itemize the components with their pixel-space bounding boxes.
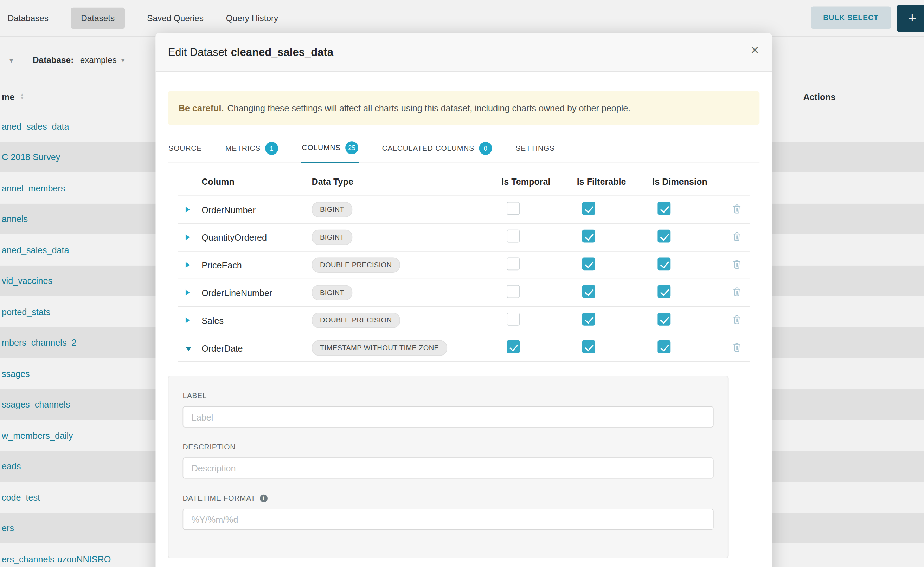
data-type-pill: BIGINT <box>312 285 353 300</box>
is-filterable-checkbox[interactable] <box>582 285 595 298</box>
delete-column-icon[interactable] <box>732 203 741 213</box>
is-dimension-checkbox[interactable] <box>658 340 671 353</box>
warning-text: Changing these settings will affect all … <box>227 103 631 113</box>
description-field-label: DESCRIPTION <box>183 442 714 451</box>
expand-caret-icon[interactable] <box>186 290 190 296</box>
header-column: Column <box>202 177 312 196</box>
column-name: Sales <box>202 315 312 325</box>
tab-source[interactable]: SOURCE <box>168 134 203 163</box>
is-temporal-checkbox[interactable] <box>507 202 520 215</box>
data-type-pill: TIMESTAMP WITHOUT TIME ZONE <box>312 340 447 356</box>
expand-caret-icon[interactable] <box>186 317 190 323</box>
label-field-label: LABEL <box>183 392 714 400</box>
calculated-columns-count-badge: 0 <box>479 142 492 155</box>
expand-caret-icon[interactable] <box>186 207 190 213</box>
is-filterable-checkbox[interactable] <box>582 313 595 326</box>
column-row: QuantityOrdered BIGINT <box>178 224 750 252</box>
column-row: OrderNumber BIGINT <box>178 196 750 224</box>
is-filterable-checkbox[interactable] <box>582 257 595 270</box>
column-name: OrderLineNumber <box>202 288 312 297</box>
expand-caret-icon[interactable] <box>186 262 190 268</box>
datetime-format-field-label: DATETIME FORMAT i <box>183 494 714 502</box>
columns-table: Column Data Type Is Temporal Is Filterab… <box>178 163 750 362</box>
column-row: OrderDate TIMESTAMP WITHOUT TIME ZONE <box>178 334 750 362</box>
collapse-caret-icon[interactable] <box>186 347 192 351</box>
delete-column-icon[interactable] <box>732 286 741 296</box>
is-filterable-checkbox[interactable] <box>582 202 595 215</box>
modal-tabs: SOURCE METRICS 1 COLUMNS 25 CALCULATED C… <box>168 134 760 163</box>
warning-bold: Be careful. <box>179 103 224 113</box>
data-type-pill: BIGINT <box>312 202 353 218</box>
columns-count-badge: 25 <box>346 141 359 154</box>
is-filterable-checkbox[interactable] <box>582 340 595 353</box>
tab-metrics[interactable]: METRICS 1 <box>225 134 279 163</box>
expand-caret-icon[interactable] <box>186 234 190 240</box>
description-input[interactable] <box>183 458 714 478</box>
tab-settings[interactable]: SETTINGS <box>515 134 555 163</box>
data-type-pill: DOUBLE PRECISION <box>312 313 400 328</box>
columns-table-header: Column Data Type Is Temporal Is Filterab… <box>178 163 750 196</box>
column-name: OrderNumber <box>202 204 312 214</box>
is-dimension-checkbox[interactable] <box>658 202 671 215</box>
metrics-count-badge: 1 <box>265 142 278 155</box>
is-temporal-checkbox[interactable] <box>507 230 520 243</box>
warning-banner: Be careful. Changing these settings will… <box>168 92 760 125</box>
modal-body: Be careful. Changing these settings will… <box>155 92 772 558</box>
modal-title: Edit Datasetcleaned_sales_data <box>168 46 333 58</box>
is-dimension-checkbox[interactable] <box>658 285 671 298</box>
is-temporal-checkbox[interactable] <box>507 340 520 353</box>
info-icon[interactable]: i <box>259 494 267 502</box>
is-temporal-checkbox[interactable] <box>507 313 520 326</box>
is-temporal-checkbox[interactable] <box>507 285 520 298</box>
header-is-filterable: Is Filterable <box>577 177 653 196</box>
datetime-format-input[interactable] <box>183 508 714 530</box>
header-is-dimension: Is Dimension <box>652 177 732 196</box>
delete-column-icon[interactable] <box>732 342 741 352</box>
delete-column-icon[interactable] <box>732 314 741 324</box>
close-icon[interactable]: × <box>751 43 759 57</box>
column-row: PriceEach DOUBLE PRECISION <box>178 252 750 279</box>
column-row: Sales DOUBLE PRECISION <box>178 307 750 334</box>
modal-header: Edit Datasetcleaned_sales_data × <box>155 33 772 72</box>
is-temporal-checkbox[interactable] <box>507 257 520 270</box>
dataset-name: cleaned_sales_data <box>231 46 333 58</box>
data-type-pill: DOUBLE PRECISION <box>312 257 400 273</box>
column-name: PriceEach <box>202 260 312 270</box>
delete-column-icon[interactable] <box>732 259 741 269</box>
header-data-type: Data Type <box>312 177 502 196</box>
column-row: OrderLineNumber BIGINT <box>178 279 750 307</box>
edit-dataset-modal: Edit Datasetcleaned_sales_data × Be care… <box>155 33 772 567</box>
column-name: QuantityOrdered <box>202 232 312 242</box>
is-dimension-checkbox[interactable] <box>658 230 671 243</box>
is-dimension-checkbox[interactable] <box>658 313 671 326</box>
screen: Databases Datasets Saved Queries Query H… <box>0 0 924 567</box>
header-is-temporal: Is Temporal <box>501 177 577 196</box>
label-input[interactable] <box>183 406 714 427</box>
is-dimension-checkbox[interactable] <box>658 257 671 270</box>
tab-columns[interactable]: COLUMNS 25 <box>301 134 359 163</box>
column-name: OrderDate <box>202 343 312 353</box>
column-editor-panel: LABEL DESCRIPTION DATETIME FORMAT i <box>168 375 728 558</box>
data-type-pill: BIGINT <box>312 230 353 245</box>
is-filterable-checkbox[interactable] <box>582 230 595 243</box>
tab-calculated-columns[interactable]: CALCULATED COLUMNS 0 <box>381 134 493 163</box>
delete-column-icon[interactable] <box>732 231 741 241</box>
